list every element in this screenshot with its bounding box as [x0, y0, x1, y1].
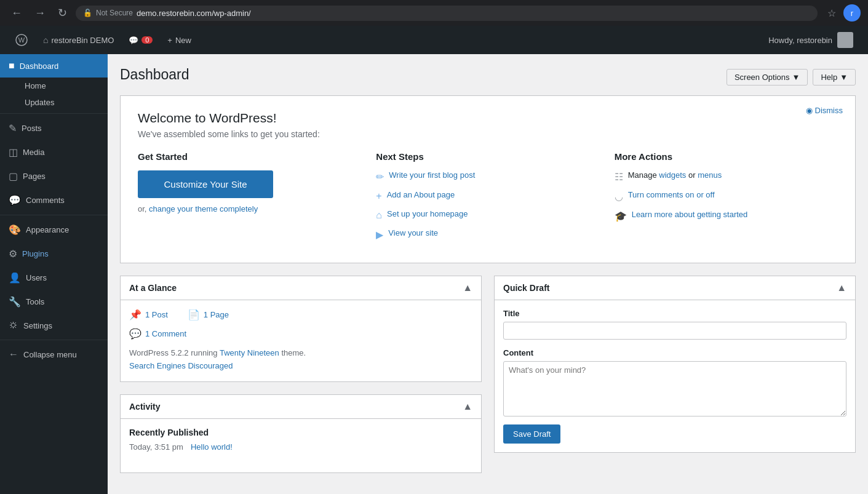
wp-logo[interactable]: W: [7, 26, 36, 54]
sidebar-comments-label: Comments: [26, 196, 65, 205]
sidebar-item-home[interactable]: Home: [0, 78, 108, 94]
activity-title: Activity: [129, 402, 161, 412]
widgets-icon: ☷: [615, 171, 623, 183]
customize-site-button[interactable]: Customize Your Site: [138, 170, 273, 198]
setup-homepage-link[interactable]: Set up your homepage: [387, 209, 468, 218]
post-count: 1 Post: [145, 310, 168, 319]
admin-bar-site[interactable]: ⌂ restoreBin DEMO: [36, 26, 121, 54]
welcome-title: Welcome to WordPress!: [138, 111, 838, 125]
right-widgets: Quick Draft ▲ Title Content Save Draft: [494, 276, 856, 473]
view-site-link[interactable]: View your site: [388, 228, 438, 237]
sidebar-users-label: Users: [26, 273, 47, 282]
admin-bar-comments[interactable]: 💬 0: [121, 26, 160, 54]
save-draft-button[interactable]: Save Draft: [503, 424, 560, 444]
quick-draft-toggle[interactable]: ▲: [837, 282, 846, 293]
edit-icon: ✏: [376, 171, 384, 183]
bookmark-button[interactable]: ☆: [827, 7, 836, 19]
activity-time-1: Today, 3:51 pm: [129, 442, 183, 452]
glance-comments-link[interactable]: 💬 1 Comment: [129, 328, 472, 340]
admin-bar-new[interactable]: + New: [160, 26, 199, 54]
sidebar-item-plugins[interactable]: ⚙ Plugins: [0, 242, 108, 266]
activity-header[interactable]: Activity ▲: [121, 395, 481, 419]
page-title: Dashboard: [120, 66, 189, 83]
howdy-section[interactable]: Howdy, restorebin: [761, 32, 861, 48]
turn-comments-link[interactable]: Turn comments on or off: [628, 190, 715, 199]
sidebar-item-users[interactable]: 👤 Users: [0, 266, 108, 290]
activity-post-link-1[interactable]: Hello world!: [191, 442, 233, 452]
comments-icon: 💬: [9, 194, 21, 206]
sidebar: ■ Dashboard Home Updates ✎ Posts ◫ Media…: [0, 54, 108, 494]
theme-link[interactable]: Twenty Nineteen: [220, 348, 279, 357]
activity-body: Recently Published Today, 3:51 pm Hello …: [121, 419, 481, 472]
wp-version-text: WordPress 5.2.2 running: [129, 348, 218, 357]
quick-draft-title: Quick Draft: [503, 283, 549, 293]
main-content: Dashboard Screen Options ▼ Help ▼ Welcom…: [108, 54, 868, 494]
lock-icon: 🔓: [83, 9, 92, 17]
title-input[interactable]: [503, 322, 846, 340]
more-actions-title: More Actions: [615, 151, 838, 162]
not-secure-label: Not Secure: [96, 9, 133, 17]
at-a-glance-header[interactable]: At a Glance ▲: [121, 276, 481, 300]
next-steps-title: Next Steps: [376, 151, 599, 162]
or-change-text: or, change your theme completely: [138, 204, 361, 213]
sidebar-item-settings[interactable]: ⛭ Settings: [0, 314, 108, 337]
sidebar-media-label: Media: [23, 148, 44, 157]
address-bar[interactable]: 🔓 Not Secure demo.restorebin.com/wp-admi…: [76, 6, 818, 21]
help-label: Help: [821, 73, 837, 82]
avatar: [837, 32, 853, 48]
sidebar-tools-label: Tools: [26, 297, 44, 306]
pages-icon: ▢: [9, 170, 18, 182]
sidebar-item-pages[interactable]: ▢ Pages: [0, 164, 108, 188]
updates-sub-label: Updates: [25, 98, 54, 107]
glance-pages-link[interactable]: 📄 1 Page: [188, 309, 229, 321]
howdy-text: Howdy, restorebin: [768, 36, 832, 45]
sidebar-separator-2: [0, 215, 108, 215]
new-label: New: [175, 36, 191, 45]
sidebar-item-media[interactable]: ◫ Media: [0, 140, 108, 164]
next-step-item-3: ⌂ Set up your homepage: [376, 209, 599, 221]
at-a-glance-toggle[interactable]: ▲: [463, 282, 472, 293]
learn-icon: 🎓: [615, 210, 627, 222]
change-theme-link[interactable]: change your theme completely: [149, 204, 258, 213]
widgets-link[interactable]: widgets: [659, 170, 686, 180]
sidebar-item-collapse[interactable]: ← Collapse menu: [0, 343, 108, 366]
sidebar-item-comments[interactable]: 💬 Comments: [0, 188, 108, 212]
quick-draft-header[interactable]: Quick Draft ▲: [495, 276, 855, 300]
sidebar-collapse-label: Collapse menu: [23, 350, 77, 359]
menus-link[interactable]: menus: [698, 170, 722, 180]
profile-button[interactable]: r: [843, 4, 861, 22]
appearance-icon: 🎨: [9, 224, 21, 236]
comment-icon: 💬: [129, 328, 141, 340]
sidebar-item-dashboard[interactable]: ■ Dashboard: [0, 54, 108, 78]
next-step-item-4: ▶ View your site: [376, 228, 599, 241]
settings-icon: ⛭: [9, 320, 18, 331]
tools-icon: 🔧: [9, 296, 21, 308]
content-textarea[interactable]: [503, 361, 846, 416]
back-button[interactable]: ←: [7, 6, 26, 21]
plugins-icon: ⚙: [9, 248, 17, 260]
glance-posts-link[interactable]: 📌 1 Post: [129, 309, 168, 321]
sidebar-pages-label: Pages: [23, 172, 46, 181]
site-name: restoreBin DEMO: [51, 36, 114, 45]
search-engines-link[interactable]: Search Engines Discouraged: [129, 361, 233, 370]
write-post-link[interactable]: Write your first blog post: [389, 170, 475, 180]
help-button[interactable]: Help ▼: [813, 69, 856, 86]
forward-button[interactable]: →: [31, 6, 49, 21]
media-icon: ◫: [9, 146, 18, 158]
next-step-item-2: + Add an About page: [376, 190, 599, 202]
screen-options-button[interactable]: Screen Options ▼: [727, 69, 808, 86]
dismiss-button[interactable]: ◉ Dismiss: [806, 106, 843, 115]
sidebar-item-posts[interactable]: ✎ Posts: [0, 116, 108, 140]
sidebar-item-updates[interactable]: Updates: [0, 94, 108, 111]
activity-toggle[interactable]: ▲: [463, 401, 472, 412]
sidebar-item-appearance[interactable]: 🎨 Appearance: [0, 218, 108, 242]
learn-more-link[interactable]: Learn more about getting started: [632, 210, 748, 219]
sidebar-appearance-label: Appearance: [26, 225, 69, 234]
dashboard-icon: ■: [9, 60, 15, 71]
add-about-link[interactable]: Add an About page: [387, 190, 455, 199]
reload-button[interactable]: ↻: [54, 5, 71, 21]
sidebar-dashboard-label: Dashboard: [20, 62, 59, 71]
sidebar-item-tools[interactable]: 🔧 Tools: [0, 290, 108, 314]
sidebar-posts-label: Posts: [22, 124, 42, 133]
more-action-item-2: ◡ Turn comments on or off: [615, 190, 838, 202]
